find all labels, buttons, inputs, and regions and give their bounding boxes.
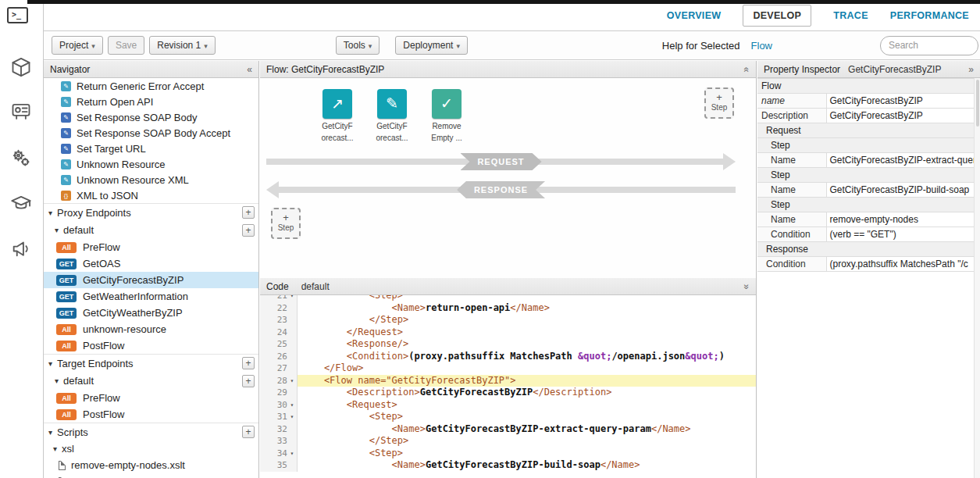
add-button[interactable]: + <box>242 206 255 219</box>
plus-icon: + <box>273 212 299 223</box>
line-number: 34 <box>277 448 287 460</box>
line-gutter: 24 <box>260 326 298 339</box>
learn-graduation-cap-icon[interactable] <box>10 192 32 214</box>
step-getcityforecast-extract[interactable]: ↗GetCityForecast... <box>316 89 358 142</box>
code-line[interactable]: 32 <Name>GetCityForecastByZIP-extract-qu… <box>260 423 756 436</box>
code-line[interactable]: 30▾ <Request> <box>260 399 756 412</box>
nav-item-unknown-resource-xml[interactable]: ✎Unknown Resource XML <box>44 172 258 187</box>
nav-item-unknown-resource[interactable]: ✎Unknown Resource <box>44 156 258 172</box>
nav-item-scripts[interactable]: ▾Scripts+ <box>44 423 258 441</box>
feedback-megaphone-icon[interactable] <box>10 237 32 259</box>
property-value[interactable]: remove-empty-nodes <box>826 212 974 227</box>
fold-arrow-icon[interactable]: ▾ <box>287 399 297 412</box>
code-line[interactable]: 26 <Condition>(proxy.pathsuffix MatchesP… <box>260 351 756 363</box>
section-label: Request <box>757 123 974 138</box>
fold-arrow-icon[interactable]: ▾ <box>287 448 297 460</box>
help-flow-link[interactable]: Flow <box>751 40 772 52</box>
code-line[interactable]: 33 </Step> <box>260 435 756 448</box>
admin-gears-icon[interactable] <box>10 147 32 169</box>
nav-item-set-target-url[interactable]: ✎Set Target URL <box>44 141 258 156</box>
tab-develop[interactable]: DEVELOP <box>743 5 811 27</box>
collapse-up-icon[interactable]: « <box>742 66 753 72</box>
code-editor[interactable]: 21▾ <Step>22 <Name>return-open-api</Name… <box>260 295 756 478</box>
nav-item-xsl[interactable]: ▾xsl <box>44 441 258 457</box>
expand-down-icon[interactable]: » <box>742 284 753 289</box>
nav-item-default[interactable]: ▾default+ <box>44 372 258 390</box>
nav-item-getoas[interactable]: GETGetOAS <box>44 255 258 272</box>
fold-arrow-icon[interactable]: ▾ <box>287 411 297 423</box>
nav-item-preflow[interactable]: AllPreFlow <box>44 390 258 406</box>
toolbar: Project▾ Save Revision 1▾ Tools▾ Deploym… <box>44 31 980 60</box>
code-line[interactable]: 29 <Description>GetCityForecastByZIP</De… <box>260 387 756 399</box>
fold-arrow-icon[interactable]: ▾ <box>287 375 297 387</box>
nav-item-target-endpoints[interactable]: ▾Target Endpoints+ <box>44 354 258 372</box>
nav-item-remove-namespaces-xslt[interactable]: remove-namespaces.xslt <box>44 473 258 478</box>
nav-item-set-response-soap-body[interactable]: ✎Set Response SOAP Body <box>44 109 258 125</box>
nav-item-proxy-endpoints[interactable]: ▾Proxy Endpoints+ <box>44 203 258 221</box>
save-button[interactable]: Save <box>108 36 144 55</box>
step-label: GetCityF <box>316 122 358 130</box>
nav-item-getcityweatherbyzip[interactable]: GETGetCityWeatherByZIP <box>44 305 258 321</box>
step-remove-empty[interactable]: ✓RemoveEmpty ... <box>426 89 468 142</box>
property-value[interactable]: (verb == "GET") <box>826 227 974 242</box>
add-step-button-response[interactable]: + Step <box>271 208 301 239</box>
code-text: <Description>GetCityForecastByZIP</Descr… <box>298 387 756 399</box>
tab-overview[interactable]: OVERVIEW <box>667 10 722 21</box>
code-line[interactable]: 34▾ <Step> <box>260 448 756 460</box>
code-line[interactable]: 35 <Name>GetCityForecastByZIP-build-soap… <box>260 459 756 472</box>
window-top-bar <box>27 0 980 4</box>
property-value[interactable]: GetCityForecastByZIP-build-soap <box>826 183 974 198</box>
tab-performance[interactable]: PERFORMANCE <box>890 10 969 21</box>
step-getcityforecast-build[interactable]: ✎GetCityForecast... <box>371 89 413 142</box>
add-button[interactable]: + <box>242 426 255 438</box>
add-button[interactable]: + <box>242 224 255 237</box>
property-label: Description <box>757 109 826 123</box>
add-button[interactable]: + <box>242 357 255 369</box>
fold-arrow-icon[interactable]: ▾ <box>287 295 297 302</box>
nav-item-set-response-soap-body-accept[interactable]: ✎Set Response SOAP Body Accept <box>44 125 258 141</box>
nav-item-preflow[interactable]: AllPreFlow <box>44 239 258 255</box>
add-step-button-request[interactable]: + Step <box>704 87 734 119</box>
revision-menu-button[interactable]: Revision 1▾ <box>149 36 216 55</box>
code-line[interactable]: 27 </Flow> <box>260 362 756 375</box>
nav-item-postflow[interactable]: AllPostFlow <box>44 337 258 354</box>
flow-canvas[interactable]: ↗GetCityForecast...✎GetCityForecast...✓R… <box>260 78 756 278</box>
scrollbar-thumb[interactable] <box>976 80 979 127</box>
property-value[interactable]: (proxy.pathsuffix MatchesPath "/c <box>826 257 974 272</box>
terminal-icon[interactable]: >_ <box>7 7 28 23</box>
code-line[interactable]: 31▾ <Step> <box>260 411 756 423</box>
nav-item-xml-to-json[interactable]: {}XML to JSON <box>44 187 258 203</box>
nav-item-return-open-api[interactable]: ✎Return Open API <box>44 94 258 109</box>
nav-item-default[interactable]: ▾default+ <box>44 221 258 239</box>
code-line[interactable]: 24 </Request> <box>260 326 756 339</box>
collapse-panel-icon[interactable]: « <box>247 64 252 75</box>
tools-menu-button[interactable]: Tools▾ <box>336 36 380 55</box>
code-line[interactable]: 22 <Name>return-open-api</Name> <box>260 302 756 315</box>
nav-item-return-generic-error-accept[interactable]: ✎Return Generic Error Accept <box>44 78 258 94</box>
nav-item-unknown-resource[interactable]: Allunknown-resource <box>44 321 258 337</box>
nav-item-remove-empty-nodes-xslt[interactable]: remove-empty-nodes.xslt <box>44 457 258 473</box>
property-value[interactable]: GetCityForecastByZIP <box>826 94 974 109</box>
code-line[interactable]: 28▾ <Flow name="GetCityForecastByZIP"> <box>260 375 756 387</box>
file-icon <box>59 461 66 470</box>
step-label: Empty ... <box>426 134 468 142</box>
tab-trace[interactable]: TRACE <box>833 10 868 21</box>
code-line[interactable]: 23 </Step> <box>260 314 756 326</box>
deployment-menu-button[interactable]: Deployment▾ <box>395 36 468 55</box>
add-button[interactable]: + <box>242 375 255 387</box>
api-proxies-box-icon[interactable] <box>10 56 32 78</box>
nav-item-postflow[interactable]: AllPostFlow <box>44 406 258 423</box>
collapse-right-icon[interactable]: » <box>968 64 974 75</box>
search-input[interactable] <box>880 36 978 55</box>
nav-item-getcityforecastbyzip[interactable]: GETGetCityForecastByZIP <box>44 272 258 288</box>
step-label: Remove <box>426 122 468 130</box>
build-machine-icon[interactable] <box>10 100 32 122</box>
line-gutter: 35 <box>260 459 298 472</box>
project-menu-button[interactable]: Project▾ <box>52 36 103 55</box>
code-line[interactable]: 25 <Response/> <box>260 338 756 351</box>
nav-item-getweatherinformation[interactable]: GETGetWeatherInformation <box>44 288 258 305</box>
property-value[interactable]: GetCityForecastByZIP <box>826 109 974 123</box>
code-line[interactable]: 21▾ <Step> <box>260 295 756 302</box>
scrollbar[interactable] <box>974 78 980 478</box>
property-value[interactable]: GetCityForecastByZIP-extract-query-param <box>826 153 974 168</box>
